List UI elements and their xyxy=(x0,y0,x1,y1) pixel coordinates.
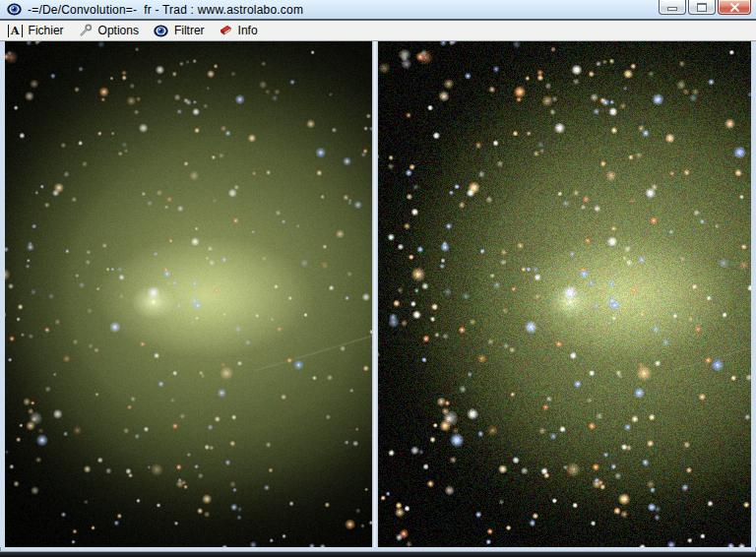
book-icon xyxy=(220,25,232,36)
eye-icon xyxy=(154,25,168,37)
app-window: -=/De/Convolution=- fr - Trad : www.astr… xyxy=(0,0,756,552)
image-workspace xyxy=(0,41,756,547)
deconvolved-image xyxy=(378,41,751,547)
menu-item-label: Options xyxy=(98,24,139,37)
window-title: -=/De/Convolution=- fr - Trad : www.astr… xyxy=(28,3,303,17)
eye-icon xyxy=(7,3,22,16)
window-controls xyxy=(659,0,751,15)
window-shadow xyxy=(0,552,756,557)
menu-item-label: Filtrer xyxy=(174,24,205,37)
menu-item-filtrer[interactable]: Filtrer xyxy=(149,22,215,40)
maximize-icon xyxy=(697,3,707,12)
menu-item-fichier[interactable]: A Fichier xyxy=(3,22,74,40)
menu-item-options[interactable]: Options xyxy=(74,22,149,40)
maximize-button[interactable] xyxy=(688,0,716,15)
close-icon xyxy=(729,2,740,13)
wrench-icon xyxy=(79,24,93,37)
menu-item-label: Fichier xyxy=(29,24,64,37)
close-button[interactable] xyxy=(718,0,751,15)
original-image xyxy=(5,41,372,547)
menu-bar: A Fichier Options Filtrer xyxy=(0,21,756,41)
menu-item-info[interactable]: Info xyxy=(215,22,268,40)
minimize-button[interactable] xyxy=(659,0,686,15)
font-a-icon: A xyxy=(8,25,23,37)
title-bar[interactable]: -=/De/Convolution=- fr - Trad : www.astr… xyxy=(0,0,756,21)
minimize-icon xyxy=(667,7,677,11)
menu-item-label: Info xyxy=(238,24,258,37)
